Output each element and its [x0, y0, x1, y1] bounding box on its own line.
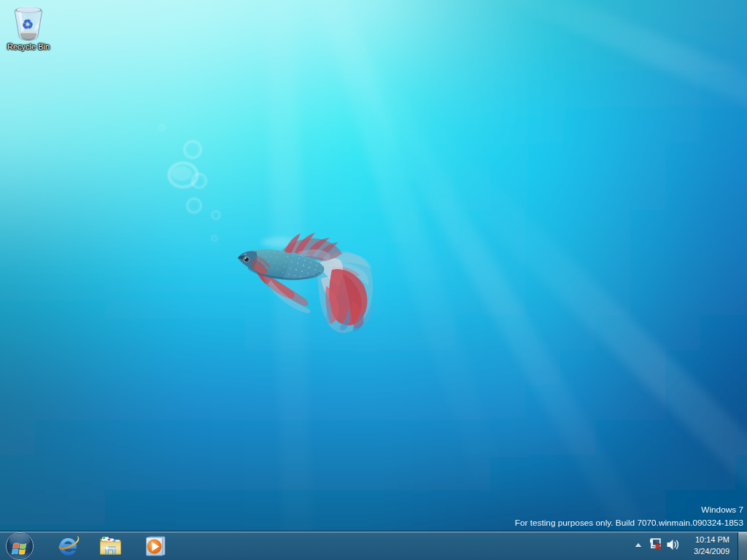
- svg-text:♻: ♻: [20, 17, 34, 33]
